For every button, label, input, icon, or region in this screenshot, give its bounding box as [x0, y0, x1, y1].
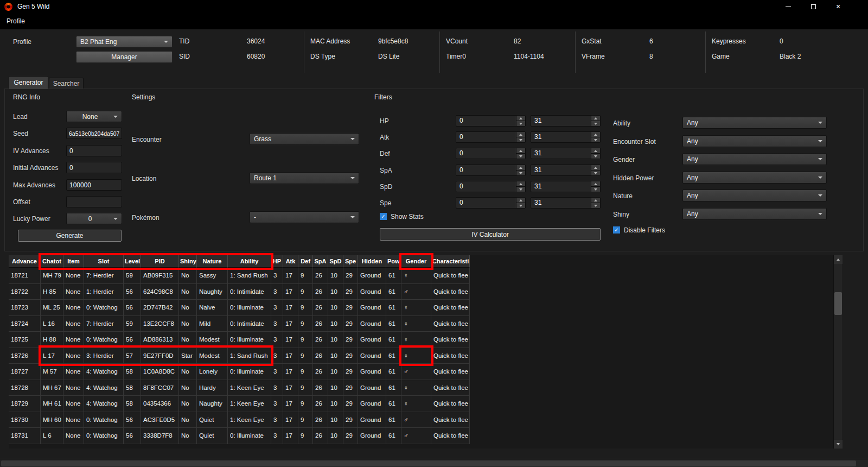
results-column-header[interactable]: Powe — [386, 255, 401, 268]
results-cell[interactable]: 26 — [313, 364, 328, 380]
results-cell[interactable]: No — [179, 300, 197, 316]
results-cell[interactable]: MH 67 — [41, 380, 63, 396]
results-column-header[interactable]: Shiny — [179, 255, 197, 268]
results-cell[interactable]: 3 — [271, 332, 283, 348]
results-cell[interactable]: 624C98C8 — [141, 284, 179, 300]
results-cell[interactable]: 59 — [124, 316, 141, 332]
tab-generator[interactable]: Generator — [9, 76, 48, 89]
results-cell[interactable]: 0: Illuminate — [228, 428, 271, 444]
results-cell[interactable]: 10 — [328, 412, 343, 428]
results-cell[interactable]: 9 — [298, 380, 313, 396]
results-cell[interactable]: 4: Watchog — [84, 396, 124, 412]
results-cell[interactable]: No — [179, 268, 197, 284]
spin-down-button[interactable] — [516, 154, 525, 159]
results-cell[interactable]: 17 — [283, 268, 298, 284]
results-cell[interactable]: H 85 — [41, 284, 63, 300]
spin-up-button[interactable] — [516, 116, 525, 121]
results-cell[interactable]: 17 — [283, 300, 298, 316]
minimize-button[interactable] — [776, 0, 801, 13]
results-cell[interactable]: 17 — [283, 332, 298, 348]
iv-advances-input[interactable] — [66, 145, 122, 156]
hidden-power-filter-select[interactable]: Any — [682, 172, 827, 184]
spin-down-button[interactable] — [591, 137, 600, 142]
results-cell[interactable]: 17 — [283, 380, 298, 396]
spin-down-button[interactable] — [591, 171, 600, 175]
results-cell[interactable]: 10 — [328, 316, 343, 332]
generate-button[interactable]: Generate — [18, 230, 122, 242]
results-cell[interactable]: Quick to flee — [431, 348, 470, 364]
spin-up-button[interactable] — [591, 148, 600, 154]
results-cell[interactable]: No — [179, 396, 197, 412]
spin-down-button[interactable] — [591, 121, 600, 126]
results-column-header[interactable]: Item — [63, 255, 84, 268]
results-row[interactable]: 18721MH 79None7: Herdier59AB09F315NoSass… — [9, 268, 833, 284]
results-column-header[interactable]: Slot — [84, 255, 124, 268]
spd-max-spinbox[interactable]: 31 — [531, 181, 601, 192]
results-cell[interactable]: 17 — [283, 316, 298, 332]
results-cell[interactable]: 10 — [328, 268, 343, 284]
results-cell[interactable]: 18724 — [9, 316, 41, 332]
results-cell[interactable]: 7: Herdier — [84, 268, 124, 284]
iv-calculator-button[interactable]: IV Calculator — [380, 228, 601, 241]
results-cell[interactable]: 29 — [343, 268, 358, 284]
seed-input[interactable] — [66, 128, 122, 139]
results-cell[interactable]: 9 — [298, 364, 313, 380]
results-cell[interactable]: 9 — [298, 300, 313, 316]
results-cell[interactable]: Quick to flee — [431, 284, 470, 300]
spin-up-button[interactable] — [516, 165, 525, 171]
results-cell[interactable]: No — [179, 412, 197, 428]
results-column-header[interactable]: Hidden — [358, 255, 386, 268]
spin-up-button[interactable] — [591, 165, 600, 171]
show-stats-checkbox[interactable]: Show Stats — [380, 212, 424, 220]
spa-min-spinbox[interactable]: 0 — [456, 165, 526, 176]
spin-up-button[interactable] — [516, 132, 525, 137]
results-cell[interactable]: 59 — [124, 268, 141, 284]
results-column-header[interactable]: SpD — [328, 255, 343, 268]
results-cell[interactable]: 58 — [124, 364, 141, 380]
results-cell[interactable]: No — [179, 364, 197, 380]
results-cell[interactable]: 18730 — [9, 412, 41, 428]
maximize-button[interactable] — [801, 0, 826, 13]
results-cell[interactable]: Quick to flee — [431, 380, 470, 396]
results-cell[interactable]: 26 — [313, 348, 328, 364]
results-cell[interactable]: None — [63, 284, 84, 300]
results-cell[interactable]: Quick to flee — [431, 364, 470, 380]
gender-filter-select[interactable]: Any — [682, 153, 827, 165]
results-cell[interactable]: 18721 — [9, 268, 41, 284]
results-row[interactable]: 18728MH 67None4: Watchog588F8FCC07NoHard… — [9, 380, 833, 396]
results-cell[interactable]: 56 — [124, 332, 141, 348]
results-cell[interactable]: 0: Intimidate — [228, 284, 271, 300]
results-cell[interactable]: 3 — [271, 380, 283, 396]
results-cell[interactable]: MH 61 — [41, 396, 63, 412]
results-cell[interactable]: 9 — [298, 316, 313, 332]
disable-filters-checkbox[interactable]: Disable Filters — [613, 226, 665, 234]
results-row[interactable]: 18725H 88None0: Watchog56AD886313NoModes… — [9, 332, 833, 348]
spd-min-spinbox[interactable]: 0 — [456, 181, 526, 192]
results-cell[interactable]: 17 — [283, 364, 298, 380]
results-cell[interactable]: Star — [179, 348, 197, 364]
results-cell[interactable]: 10 — [328, 348, 343, 364]
results-cell[interactable]: 3 — [271, 428, 283, 444]
results-cell[interactable]: ♀ — [401, 396, 431, 412]
close-button[interactable]: ✕ — [826, 0, 851, 13]
horizontal-scrollbar-thumb[interactable] — [1, 460, 856, 466]
results-cell[interactable]: 61 — [386, 428, 401, 444]
results-cell[interactable]: 10 — [328, 284, 343, 300]
results-column-header[interactable]: Characteristic — [431, 255, 470, 268]
results-cell[interactable]: 29 — [343, 316, 358, 332]
results-cell[interactable]: 1: Keen Eye — [228, 412, 271, 428]
results-cell[interactable]: 58 — [124, 380, 141, 396]
results-cell[interactable]: Modest — [197, 332, 228, 348]
results-cell[interactable]: None — [63, 380, 84, 396]
results-cell[interactable]: 61 — [386, 332, 401, 348]
results-cell[interactable]: 18722 — [9, 284, 41, 300]
hp-max-spinbox[interactable]: 31 — [531, 115, 601, 127]
results-cell[interactable]: No — [179, 428, 197, 444]
results-cell[interactable]: 29 — [343, 332, 358, 348]
results-cell[interactable]: 3 — [271, 300, 283, 316]
results-cell[interactable]: 0: Illuminate — [228, 300, 271, 316]
results-cell[interactable]: No — [179, 332, 197, 348]
results-cell[interactable]: ♀ — [401, 316, 431, 332]
ability-filter-select[interactable]: Any — [682, 117, 827, 129]
results-cell[interactable]: 61 — [386, 364, 401, 380]
